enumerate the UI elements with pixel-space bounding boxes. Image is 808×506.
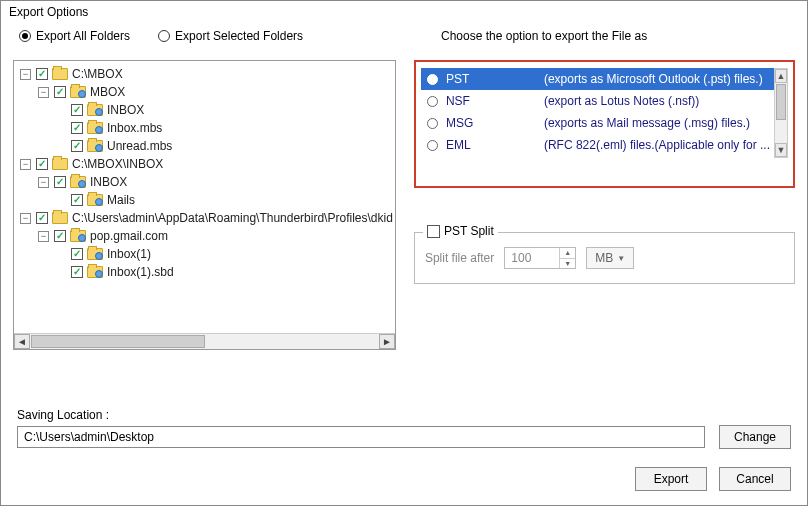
tree-label: C:\MBOX\INBOX xyxy=(72,155,163,173)
format-v-scrollbar[interactable]: ▲ ▼ xyxy=(774,68,788,158)
tree-label: pop.gmail.com xyxy=(90,227,168,245)
format-name: EML xyxy=(446,138,536,152)
export-all-radio[interactable]: Export All Folders xyxy=(19,29,130,43)
tree-label: Inbox.mbs xyxy=(107,119,162,137)
tree-checkbox[interactable] xyxy=(54,230,66,242)
tree-row[interactable]: −C:\Users\admin\AppData\Roaming\Thunderb… xyxy=(14,209,395,227)
tree-row[interactable]: −C:\MBOX\INBOX xyxy=(14,155,395,173)
tree-checkbox[interactable] xyxy=(54,86,66,98)
folder-icon xyxy=(70,230,86,242)
scroll-left-button[interactable]: ◄ xyxy=(14,334,30,349)
radio-dot-icon xyxy=(158,30,170,42)
format-desc: (exports as Mail message (.msg) files.) xyxy=(544,116,770,130)
tree-checkbox[interactable] xyxy=(71,140,83,152)
format-list[interactable]: PST(exports as Microsoft Outlook (.pst) … xyxy=(421,68,788,164)
split-unit-select[interactable]: MB ▼ xyxy=(586,247,634,269)
tree-checkbox[interactable] xyxy=(36,68,48,80)
collapse-icon[interactable]: − xyxy=(38,87,49,98)
folder-icon xyxy=(70,176,86,188)
tree-checkbox[interactable] xyxy=(71,266,83,278)
collapse-icon[interactable]: − xyxy=(20,69,31,80)
pst-split-checkbox[interactable] xyxy=(427,225,440,238)
tree-row[interactable]: INBOX xyxy=(14,101,395,119)
tree-checkbox[interactable] xyxy=(36,212,48,224)
radio-dot-icon xyxy=(19,30,31,42)
collapse-icon[interactable]: − xyxy=(20,213,31,224)
scroll-track[interactable] xyxy=(30,334,379,349)
spin-down-icon[interactable]: ▼ xyxy=(560,259,575,269)
export-selected-label: Export Selected Folders xyxy=(175,29,303,43)
tree-checkbox[interactable] xyxy=(71,122,83,134)
choose-format-label: Choose the option to export the File as xyxy=(441,29,647,43)
tree-label: INBOX xyxy=(90,173,127,191)
scroll-right-button[interactable]: ► xyxy=(379,334,395,349)
folder-tree[interactable]: −C:\MBOX−MBOXINBOXInbox.mbsUnread.mbs−C:… xyxy=(14,61,395,333)
pst-split-legend-text: PST Split xyxy=(444,224,494,238)
tree-label: Unread.mbs xyxy=(107,137,172,155)
radio-dot-icon xyxy=(427,96,438,107)
export-selected-radio[interactable]: Export Selected Folders xyxy=(158,29,303,43)
tree-label: C:\Users\admin\AppData\Roaming\Thunderbi… xyxy=(72,209,393,227)
collapse-icon[interactable]: − xyxy=(38,231,49,242)
saving-location-input[interactable] xyxy=(17,426,705,448)
saving-location-label: Saving Location : xyxy=(17,408,791,422)
folder-icon xyxy=(87,104,103,116)
tree-row[interactable]: Unread.mbs xyxy=(14,137,395,155)
collapse-icon[interactable]: − xyxy=(20,159,31,170)
scroll-thumb[interactable] xyxy=(776,84,786,120)
tree-row[interactable]: Inbox.mbs xyxy=(14,119,395,137)
format-option-pst[interactable]: PST(exports as Microsoft Outlook (.pst) … xyxy=(421,68,788,90)
split-size-value: 100 xyxy=(505,248,559,268)
tree-label: Inbox(1).sbd xyxy=(107,263,174,281)
folder-tree-panel: −C:\MBOX−MBOXINBOXInbox.mbsUnread.mbs−C:… xyxy=(13,60,396,350)
folder-icon xyxy=(52,68,68,80)
tree-label: INBOX xyxy=(107,101,144,119)
tree-h-scrollbar[interactable]: ◄ ► xyxy=(14,333,395,349)
format-option-msg[interactable]: MSG(exports as Mail message (.msg) files… xyxy=(421,112,788,134)
dialog-title: Export Options xyxy=(1,1,807,25)
split-after-label: Split file after xyxy=(425,251,494,265)
scroll-down-button[interactable]: ▼ xyxy=(775,143,787,157)
folder-icon xyxy=(87,248,103,260)
split-unit-value: MB xyxy=(595,251,613,265)
tree-checkbox[interactable] xyxy=(54,176,66,188)
format-name: MSG xyxy=(446,116,536,130)
scroll-thumb[interactable] xyxy=(31,335,205,348)
export-button[interactable]: Export xyxy=(635,467,707,491)
folder-icon xyxy=(87,266,103,278)
tree-label: MBOX xyxy=(90,83,125,101)
tree-row[interactable]: Inbox(1).sbd xyxy=(14,263,395,281)
radio-dot-icon xyxy=(427,74,438,85)
folder-icon xyxy=(87,194,103,206)
tree-row[interactable]: −MBOX xyxy=(14,83,395,101)
tree-checkbox[interactable] xyxy=(71,248,83,260)
scroll-up-button[interactable]: ▲ xyxy=(775,69,787,83)
format-option-eml[interactable]: EML(RFC 822(.eml) files.(Applicable only… xyxy=(421,134,788,156)
tree-label: Mails xyxy=(107,191,135,209)
folder-icon xyxy=(70,86,86,98)
tree-row[interactable]: −pop.gmail.com xyxy=(14,227,395,245)
tree-row[interactable]: Mails xyxy=(14,191,395,209)
tree-checkbox[interactable] xyxy=(71,194,83,206)
scroll-track[interactable] xyxy=(775,83,787,143)
folder-icon xyxy=(87,122,103,134)
spinner: ▲ ▼ xyxy=(559,248,575,268)
tree-row[interactable]: Inbox(1) xyxy=(14,245,395,263)
collapse-icon[interactable]: − xyxy=(38,177,49,188)
format-name: PST xyxy=(446,72,536,86)
change-button[interactable]: Change xyxy=(719,425,791,449)
cancel-button[interactable]: Cancel xyxy=(719,467,791,491)
tree-checkbox[interactable] xyxy=(71,104,83,116)
spin-up-icon[interactable]: ▲ xyxy=(560,248,575,259)
tree-row[interactable]: −C:\MBOX xyxy=(14,65,395,83)
split-size-input[interactable]: 100 ▲ ▼ xyxy=(504,247,576,269)
export-options-dialog: Export Options Export All Folders Export… xyxy=(0,0,808,506)
format-desc: (RFC 822(.eml) files.(Applicable only fo… xyxy=(544,138,770,152)
tree-row[interactable]: −INBOX xyxy=(14,173,395,191)
tree-label: C:\MBOX xyxy=(72,65,123,83)
format-name: NSF xyxy=(446,94,536,108)
tree-checkbox[interactable] xyxy=(36,158,48,170)
format-desc: (exports as Microsoft Outlook (.pst) fil… xyxy=(544,72,770,86)
chevron-down-icon: ▼ xyxy=(617,254,625,263)
format-option-nsf[interactable]: NSF(export as Lotus Notes (.nsf)) xyxy=(421,90,788,112)
